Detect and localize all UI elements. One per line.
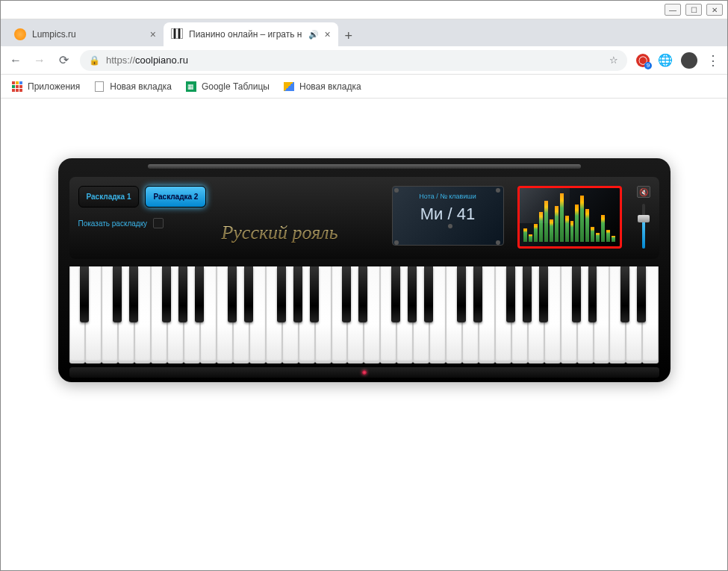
back-button[interactable]: ← xyxy=(8,53,23,68)
new-tab-button[interactable]: + xyxy=(338,25,359,46)
bookmarks-bar: Приложения Новая вкладка ▦ Google Таблиц… xyxy=(1,75,727,99)
piano-widget: Раскладка 1 Раскладка 2 Показать расклад… xyxy=(58,158,671,382)
browser-toolbar: ← → ⟳ 🔒 https://coolpiano.ru ☆ ◯ 🌐 ⋮ xyxy=(1,46,727,75)
black-key[interactable] xyxy=(473,266,482,322)
power-led-icon xyxy=(362,370,367,375)
white-key[interactable] xyxy=(151,266,167,363)
profile-avatar[interactable] xyxy=(681,52,697,69)
black-key[interactable] xyxy=(310,266,319,322)
white-key[interactable] xyxy=(561,266,577,363)
bookmark-sheets[interactable]: ▦ Google Таблицы xyxy=(185,81,270,93)
visualizer-bar xyxy=(596,233,600,242)
bookmark-star-icon[interactable]: ☆ xyxy=(609,54,618,66)
extension-globe-icon[interactable]: 🌐 xyxy=(659,54,672,67)
extension-adblock-icon[interactable]: ◯ xyxy=(636,54,650,67)
visualizer-bar xyxy=(539,212,543,242)
black-key[interactable] xyxy=(178,266,187,322)
piano-top-bar xyxy=(148,164,581,169)
black-key[interactable] xyxy=(457,266,466,322)
window-close-button[interactable]: ✕ xyxy=(706,4,723,16)
page-viewport[interactable]: Раскладка 1 Раскладка 2 Показать расклад… xyxy=(1,99,727,570)
layout-2-button[interactable]: Раскладка 2 xyxy=(145,186,206,208)
visualizer-bar xyxy=(570,221,574,242)
black-key[interactable] xyxy=(506,266,515,322)
visualizer-bar xyxy=(580,196,584,242)
image-icon xyxy=(283,81,295,93)
black-key[interactable] xyxy=(391,266,400,322)
visualizer-bar xyxy=(606,230,610,242)
white-key[interactable] xyxy=(69,266,86,363)
show-layout-checkbox[interactable] xyxy=(153,218,164,228)
white-key[interactable] xyxy=(332,266,348,363)
volume-thumb[interactable] xyxy=(638,215,650,222)
apps-icon xyxy=(11,81,23,93)
white-key[interactable] xyxy=(609,266,626,363)
reload-button[interactable]: ⟳ xyxy=(56,53,71,68)
bookmark-newtab-2[interactable]: Новая вкладка xyxy=(283,81,361,93)
white-key[interactable] xyxy=(217,266,233,363)
black-key[interactable] xyxy=(277,266,286,322)
black-key[interactable] xyxy=(588,266,597,322)
layout-1-button[interactable]: Раскладка 1 xyxy=(78,186,140,208)
audio-playing-icon[interactable]: 🔊 xyxy=(308,30,319,40)
window-titlebar: — ☐ ✕ xyxy=(1,1,727,19)
visualizer-bar xyxy=(601,215,605,242)
black-key[interactable] xyxy=(80,266,89,322)
black-key[interactable] xyxy=(408,266,417,322)
browser-tabstrip: Lumpics.ru × Пианино онлайн – играть н 🔊… xyxy=(1,19,727,46)
white-key[interactable] xyxy=(495,266,511,363)
forward-button: → xyxy=(32,53,47,68)
bookmark-apps[interactable]: Приложения xyxy=(11,81,80,93)
address-bar[interactable]: 🔒 https://coolpiano.ru ☆ xyxy=(80,50,627,71)
audio-visualizer[interactable] xyxy=(517,186,622,249)
black-key[interactable] xyxy=(129,266,138,322)
black-key[interactable] xyxy=(293,266,302,322)
black-key[interactable] xyxy=(572,266,581,322)
volume-slider[interactable] xyxy=(642,204,645,249)
white-key[interactable] xyxy=(446,266,462,363)
visualizer-bar xyxy=(575,205,579,242)
tab-title: Пианино онлайн – играть н xyxy=(189,29,302,40)
tab-coolpiano[interactable]: Пианино онлайн – играть н 🔊 × xyxy=(164,22,338,46)
black-key[interactable] xyxy=(342,266,351,322)
piano-bottom-strip xyxy=(69,367,659,378)
bookmark-newtab-1[interactable]: Новая вкладка xyxy=(93,81,172,93)
visualizer-bar xyxy=(529,234,532,242)
black-key[interactable] xyxy=(358,266,367,322)
black-key[interactable] xyxy=(113,266,122,322)
white-key[interactable] xyxy=(380,266,396,363)
window-minimize-button[interactable]: — xyxy=(665,4,681,16)
mute-button[interactable]: 🔇 xyxy=(637,186,650,198)
url-scheme: https://coolpiano.ru xyxy=(106,54,188,66)
black-key[interactable] xyxy=(424,266,433,322)
favicon-icon xyxy=(171,28,183,40)
white-key[interactable] xyxy=(266,266,282,363)
visualizer-bar xyxy=(523,228,527,242)
visualizer-bar xyxy=(585,209,589,242)
black-key[interactable] xyxy=(244,266,253,322)
close-tab-icon[interactable]: × xyxy=(150,28,156,40)
note-display-label: Нота / № клавиши xyxy=(399,193,497,200)
bookmark-label: Приложения xyxy=(28,81,80,92)
favicon-icon xyxy=(14,28,26,40)
visualizer-bar xyxy=(550,219,553,242)
piano-control-panel: Раскладка 1 Раскладка 2 Показать расклад… xyxy=(69,177,659,259)
black-key[interactable] xyxy=(195,266,204,322)
black-key[interactable] xyxy=(637,266,646,322)
bookmark-label: Google Таблицы xyxy=(202,81,270,92)
black-key[interactable] xyxy=(539,266,548,322)
window-maximize-button[interactable]: ☐ xyxy=(685,4,702,16)
black-key[interactable] xyxy=(162,266,171,322)
black-key[interactable] xyxy=(228,266,237,322)
visualizer-bar xyxy=(534,224,538,242)
close-tab-icon[interactable]: × xyxy=(325,28,331,40)
black-key[interactable] xyxy=(523,266,532,322)
white-key[interactable] xyxy=(102,266,118,363)
volume-fill xyxy=(642,220,645,249)
note-display: Нота / № клавиши Ми / 41 xyxy=(392,186,504,246)
tab-lumpics[interactable]: Lumpics.ru × xyxy=(7,22,164,46)
black-key[interactable] xyxy=(620,266,629,322)
sheets-icon: ▦ xyxy=(185,81,197,93)
browser-menu-button[interactable]: ⋮ xyxy=(706,52,720,69)
bookmark-label: Новая вкладка xyxy=(110,81,172,92)
